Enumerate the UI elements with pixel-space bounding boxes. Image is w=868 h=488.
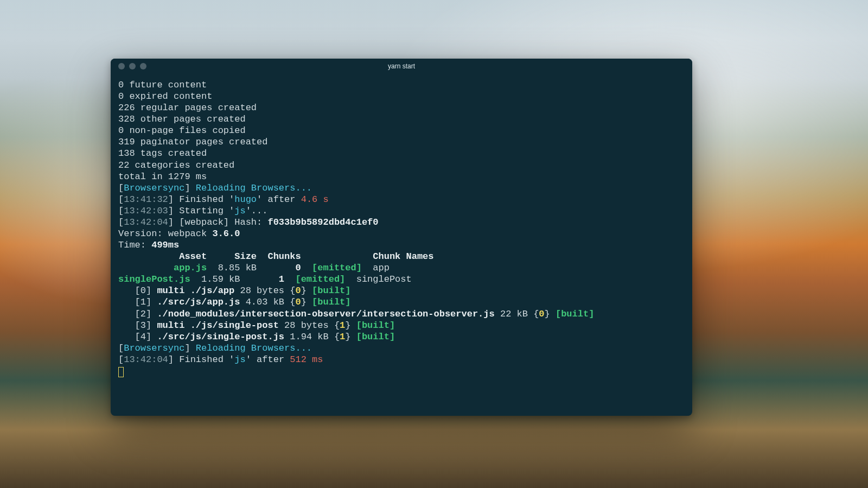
module-4: [4] ./src/js/single-post.js 1.94 kB {1} …: [118, 332, 395, 342]
webpack-time-line: Time: 499ms: [118, 240, 179, 250]
line-nonpage: 0 non-page files copied: [118, 125, 246, 136]
module-0: [0] multi ./js/app 28 bytes {0} [built]: [118, 286, 351, 296]
window-title: yarn start: [111, 62, 692, 70]
ts-4: 13:42:04: [124, 354, 168, 365]
webpack-version-line: Version: webpack 3.6.0: [118, 229, 240, 239]
browsersync-label: Browsersync: [124, 183, 184, 193]
table-row-app: app.js 8.85 kB 0 [emitted] app: [118, 263, 390, 273]
ts-3: 13:42:04: [124, 217, 168, 227]
module-2: [2] ./node_modules/intersection-observer…: [118, 309, 594, 319]
cursor-icon: [118, 367, 124, 377]
traffic-lights: [111, 63, 146, 69]
titlebar[interactable]: yarn start: [111, 59, 692, 74]
line-other: 328 other pages created: [118, 114, 246, 124]
minimize-icon[interactable]: [129, 63, 136, 69]
webpack-hash-line: [13:42:04] [webpack] Hash: f033b9b5892db…: [118, 217, 379, 227]
line-total: total in 1279 ms: [118, 172, 207, 182]
zoom-icon[interactable]: [140, 63, 146, 69]
gulp-finished-hugo: [13:41:32] Finished 'hugo' after 4.6 s: [118, 194, 329, 205]
close-icon[interactable]: [118, 63, 125, 69]
line-categories: 22 categories created: [118, 160, 234, 170]
gulp-starting-js: [13:42:03] Starting 'js'...: [118, 206, 267, 216]
line-tags: 138 tags created: [118, 148, 207, 159]
module-3: [3] multi ./js/single-post 28 bytes {1} …: [118, 320, 395, 331]
terminal-window[interactable]: yarn start 0 future content 0 expired co…: [111, 59, 692, 416]
bs-line-1: [Browsersync] Reloading Browsers...: [118, 183, 312, 193]
bs-line-2: [Browsersync] Reloading Browsers...: [118, 343, 312, 353]
line-expired: 0 expired content: [118, 91, 212, 102]
line-future: 0 future content: [118, 80, 207, 90]
ts-2: 13:42:03: [124, 206, 168, 216]
terminal-output[interactable]: 0 future content 0 expired content 226 r…: [111, 74, 692, 416]
line-paginator: 319 paginator pages created: [118, 137, 267, 147]
gulp-finished-js: [13:42:04] Finished 'js' after 512 ms: [118, 354, 323, 365]
table-row-singlepost: singlePost.js 1.59 kB 1 [emitted] single…: [118, 274, 412, 284]
table-header: Asset Size Chunks Chunk Names: [118, 251, 434, 262]
bs-reloading-1: Reloading Browsers...: [196, 183, 312, 193]
module-1: [1] ./src/js/app.js 4.03 kB {0} [built]: [118, 297, 351, 307]
line-regular: 226 regular pages created: [118, 103, 257, 113]
ts-1: 13:41:32: [124, 194, 168, 205]
